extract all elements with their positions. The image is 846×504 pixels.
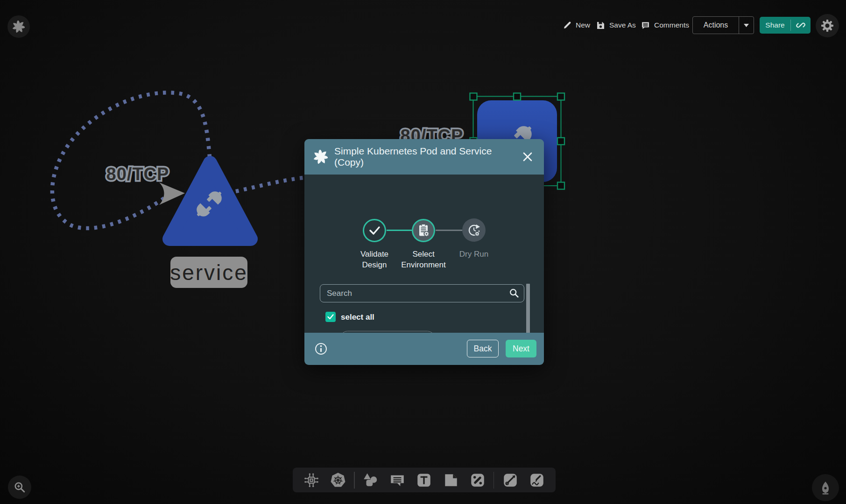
text-tool[interactable] xyxy=(413,469,435,491)
actions-button[interactable]: Actions xyxy=(692,16,754,34)
next-button[interactable]: Next xyxy=(506,340,536,357)
save-icon xyxy=(596,21,605,30)
pen-tool[interactable] xyxy=(500,469,521,491)
components-icon xyxy=(303,472,320,489)
check-icon xyxy=(368,224,381,237)
modal-header: Simple Kubernetes Pod and Service (Copy) xyxy=(304,139,544,175)
environment-search xyxy=(320,284,524,302)
draw-icon xyxy=(529,472,545,489)
pen-nib-icon xyxy=(818,481,832,495)
check-icon xyxy=(327,313,334,321)
new-button[interactable]: New xyxy=(563,19,590,32)
save-as-label: Save As xyxy=(609,21,636,29)
zoom-in-icon xyxy=(14,481,26,493)
close-button[interactable] xyxy=(521,150,535,164)
share-button[interactable]: Share xyxy=(760,17,811,34)
close-icon xyxy=(522,151,533,162)
step-connector xyxy=(436,230,462,231)
components-tool[interactable] xyxy=(301,469,322,491)
meshery-logo-icon xyxy=(314,150,328,164)
kubernetes-icon xyxy=(330,472,346,489)
annotation-pen-button[interactable] xyxy=(812,474,839,501)
step-dry-run[interactable] xyxy=(462,218,486,242)
meshery-menu-button[interactable] xyxy=(7,15,30,38)
new-label: New xyxy=(576,21,590,29)
deploy-modal: Validate Design Select Environment Dry R… xyxy=(304,139,544,365)
relationship-icon xyxy=(469,472,486,489)
relationship-tool[interactable] xyxy=(467,469,488,491)
shapes-icon xyxy=(362,472,379,489)
step-label-dry-run: Dry Run xyxy=(454,249,494,260)
comment-icon xyxy=(389,472,406,489)
port-label: 80/TCP xyxy=(106,164,169,184)
gear-icon xyxy=(821,20,833,32)
service-node[interactable] xyxy=(169,163,251,239)
draw-tool[interactable] xyxy=(526,469,548,491)
comment-tool[interactable] xyxy=(387,469,408,491)
modal-title: Simple Kubernetes Pod and Service (Copy) xyxy=(334,146,521,168)
step-select-environment[interactable] xyxy=(412,219,435,242)
clipboard-gear-icon xyxy=(416,224,430,238)
step-validate-design[interactable] xyxy=(363,219,386,242)
meshery-logo-icon xyxy=(13,21,25,33)
step-label-validate-design: Validate Design xyxy=(353,249,395,271)
copy-link-button[interactable] xyxy=(791,21,811,30)
shapes-tool[interactable] xyxy=(360,469,381,491)
edge-arrowhead xyxy=(159,182,185,205)
share-label: Share xyxy=(760,21,790,29)
canvas-toolbar xyxy=(293,468,556,492)
select-all-label: select all xyxy=(341,312,374,322)
step-connector xyxy=(387,230,412,231)
modal-body: Validate Design Select Environment Dry R… xyxy=(304,175,544,333)
toolbar-divider xyxy=(354,472,355,489)
service-node-label: service xyxy=(170,257,247,288)
save-as-button[interactable]: Save As xyxy=(596,19,636,32)
info-icon[interactable] xyxy=(315,343,327,355)
note-tool[interactable] xyxy=(440,469,462,491)
search-input[interactable] xyxy=(320,284,524,302)
search-icon[interactable] xyxy=(509,288,519,298)
comment-icon xyxy=(641,21,650,30)
chevron-down-icon xyxy=(744,24,749,27)
link-icon xyxy=(796,21,805,30)
note-icon xyxy=(443,472,459,489)
actions-label: Actions xyxy=(693,21,739,29)
settings-button[interactable] xyxy=(816,14,839,37)
pen-tool-icon xyxy=(502,472,519,489)
modal-footer: Back Next xyxy=(304,333,544,365)
step-label-select-environment: Select Environment xyxy=(398,249,449,271)
pencil-icon xyxy=(563,21,571,29)
dry-run-icon xyxy=(467,223,481,237)
back-button[interactable]: Back xyxy=(467,340,499,357)
meshery-canvas-app: 80/TCP 80/TCP service New Save As Commen… xyxy=(0,0,846,504)
actions-dropdown[interactable] xyxy=(739,24,754,27)
comments-button[interactable]: Comments xyxy=(641,19,689,32)
comments-label: Comments xyxy=(654,21,689,29)
kubernetes-tool[interactable] xyxy=(327,469,349,491)
text-icon xyxy=(416,472,432,489)
select-all-checkbox[interactable] xyxy=(325,312,336,322)
toolbar-divider xyxy=(494,472,494,489)
zoom-button[interactable] xyxy=(8,476,31,499)
